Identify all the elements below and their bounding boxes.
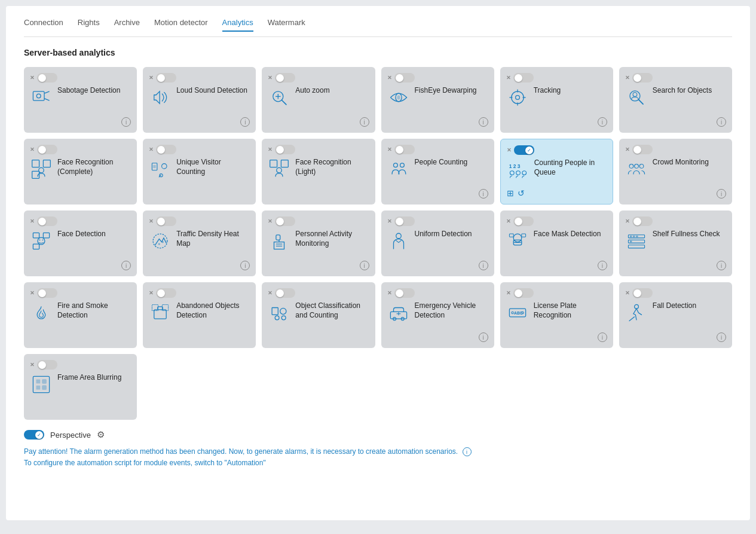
toggle-face-recognition-complete[interactable] [37,145,57,154]
toggle-license-plate[interactable] [513,288,534,298]
toggle-search-objects[interactable] [632,73,653,83]
info-loud-sound[interactable]: i [240,117,250,127]
settings-icon-counting-queue[interactable]: ⊞ [507,188,514,198]
toggle-x-search-objects: ✕ [625,75,630,81]
info-shelf-fullness[interactable]: i [717,261,726,270]
svg-point-71 [282,316,286,320]
analytics-row-3: ✕Face Detectioni✕Traffic Density Heat Ma… [24,210,732,276]
icon-abandoned-objects [149,301,172,324]
toggle-face-mask[interactable] [513,216,534,226]
svg-point-47 [162,241,164,243]
nav-item-motion-detector[interactable]: Motion detector [154,18,208,32]
nav-item-watermark[interactable]: Watermark [268,18,305,32]
label-shelf-fullness: Shelf Fullness Check [653,230,720,239]
toggle-sabotage[interactable] [37,73,57,83]
svg-rect-0 [33,91,44,100]
svg-rect-40 [43,233,49,238]
toggle-object-classification[interactable] [275,288,295,298]
knob-frame-blurring [38,361,46,369]
info-people-counting[interactable]: i [479,189,488,199]
info-face-mask[interactable]: i [598,261,607,270]
perspective-toggle[interactable]: ✓ [24,430,44,440]
info-crowd-monitoring[interactable]: i [717,189,726,199]
toggle-shelf-fullness[interactable] [632,216,653,226]
icon-face-recognition-light [268,158,290,181]
knob-search-objects [633,74,641,82]
svg-point-22 [39,167,44,173]
svg-point-70 [276,316,280,320]
knob-abandoned-objects [157,289,165,297]
toggle-unique-visitor[interactable] [156,145,176,154]
toggle-abandoned-objects[interactable] [156,288,176,298]
svg-point-43 [39,239,41,240]
svg-rect-83 [36,380,41,384]
toggle-x-frame-blurring: ✕ [30,362,35,368]
toggle-tracking[interactable] [513,73,534,83]
toggle-people-counting[interactable] [394,145,415,154]
refresh-icon-counting-queue[interactable]: ↺ [518,188,525,198]
icon-emergency-vehicle [387,301,410,324]
toggle-crowd-monitoring[interactable] [632,145,653,154]
info-license-plate[interactable]: i [598,332,607,342]
toggle-x-auto-zoom: ✕ [268,75,273,81]
toggle-face-recognition-light[interactable] [275,145,295,154]
info-fisheye[interactable]: i [479,117,488,127]
info-search-objects[interactable]: i [717,117,726,127]
svg-point-69 [280,308,286,314]
toggle-frame-blurring[interactable] [37,360,57,370]
toggle-auto-zoom[interactable] [275,73,295,83]
info-fall-detection[interactable]: i [717,332,726,342]
svg-rect-48 [276,235,280,240]
icon-face-mask [506,230,529,252]
info-auto-zoom[interactable]: i [360,117,369,127]
info-face-detection[interactable]: i [121,261,131,270]
toggle-x-sabotage: ✕ [30,75,35,81]
footer-shelf-fullness: i [625,261,726,270]
svg-line-3 [44,99,50,100]
svg-point-11 [515,96,519,100]
label-abandoned-objects: Abandoned Objects Detection [176,301,250,320]
info-tracking[interactable]: i [598,117,607,127]
info-uniform-detection[interactable]: i [479,261,488,270]
toggle-emergency-vehicle[interactable] [394,288,415,298]
label-fire-smoke: Fire and Smoke Detection [57,301,131,320]
toggle-counting-queue[interactable]: ✓ [514,145,534,155]
toggle-x-counting-queue: ✕ [507,147,512,153]
info-traffic-density[interactable]: i [240,261,250,270]
info-personnel-activity[interactable]: i [360,261,369,270]
toggle-x-fisheye: ✕ [387,75,392,81]
nav-item-archive[interactable]: Archive [114,18,140,32]
icon-unique-visitor: ||| [149,158,172,181]
label-search-objects: Search for Objects [653,86,712,96]
svg-text:ABC: ABC [514,311,523,315]
toggle-face-detection[interactable] [37,216,57,226]
footer-personnel-activity: i [268,261,369,270]
toggle-traffic-density[interactable] [156,216,176,226]
svg-point-44 [42,239,44,240]
svg-point-29 [277,167,282,173]
toggle-fall-detection[interactable] [632,288,653,298]
nav-item-connection[interactable]: Connection [24,18,63,32]
perspective-settings-icon[interactable]: ⚙ [97,429,105,440]
toggle-uniform-detection[interactable] [394,216,415,226]
info-emergency-vehicle[interactable]: i [479,332,488,342]
toggle-fire-smoke[interactable] [37,288,57,298]
warning-info-icon[interactable]: i [463,447,472,456]
svg-rect-85 [42,380,47,384]
toggle-loud-sound[interactable] [156,73,176,83]
info-sabotage[interactable]: i [121,117,131,127]
toggle-x-unique-visitor: ✕ [149,147,154,152]
icon-fisheye [387,86,410,109]
svg-point-31 [400,163,404,167]
icon-object-classification [268,301,290,324]
knob-license-plate [515,289,522,297]
knob-people-counting [396,146,403,154]
icon-fire-smoke [30,301,53,324]
card-counting-queue: ✕✓1 2 3Counting People in Queue⊞↺ [500,139,613,205]
toggle-personnel-activity[interactable] [275,216,295,226]
label-frame-blurring: Frame Area Blurring [57,373,121,383]
toggle-fisheye[interactable] [394,73,415,83]
label-crowd-monitoring: Crowd Monitoring [653,158,709,167]
nav-item-rights[interactable]: Rights [78,18,100,32]
nav-item-analytics[interactable]: Analytics [222,18,253,32]
